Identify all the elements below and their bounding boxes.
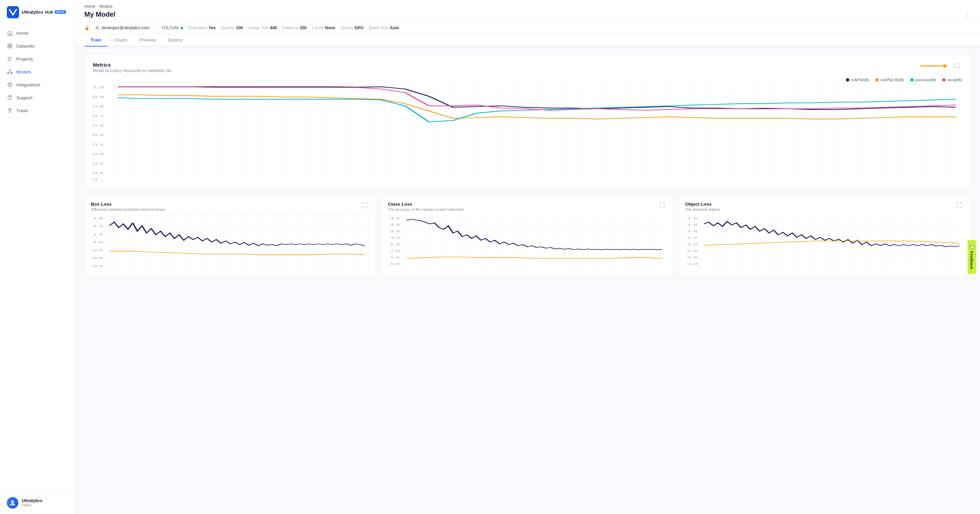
meta-model-name-value: YOLOv8n bbox=[161, 25, 179, 30]
meta-image-size: Image Size 640 bbox=[248, 25, 277, 30]
breadcrumb-home[interactable]: Home bbox=[84, 4, 95, 9]
class-loss-header: Class Loss The accuracy of the classes i… bbox=[388, 201, 667, 211]
content-area: Metrics Model accuracy measured on valid… bbox=[75, 47, 980, 284]
meta-device-value: GPU bbox=[355, 25, 363, 30]
legend-map50-95-dot bbox=[875, 78, 878, 82]
legend-map50-95: mAP50-95(B) bbox=[875, 78, 904, 82]
meta-epochs-value: 100 bbox=[236, 25, 243, 30]
meta-image-size-value: 640 bbox=[270, 25, 277, 30]
tabs: Train Charts Preview Deploy bbox=[75, 34, 980, 47]
svg-rect-0 bbox=[7, 6, 19, 18]
tab-charts[interactable]: Charts bbox=[108, 34, 134, 47]
meta-pretrained: Pretrained Yes bbox=[189, 25, 216, 30]
logo-badge: BETA bbox=[55, 10, 66, 14]
avatar bbox=[7, 497, 18, 509]
object-loss-header: Object Loss The detected objects ⛶ bbox=[685, 201, 964, 211]
svg-text:3.0: 3.0 bbox=[390, 236, 400, 240]
svg-text:4.5: 4.5 bbox=[390, 217, 400, 220]
svg-text:1.2: 1.2 bbox=[92, 233, 103, 236]
svg-text:0.3: 0.3 bbox=[93, 152, 104, 156]
user-info: Ultralytics FREE bbox=[22, 498, 42, 507]
charts-grid: Box Loss Difference between predicted an… bbox=[84, 196, 970, 276]
projects-icon bbox=[7, 56, 13, 62]
svg-text:1.0: 1.0 bbox=[687, 243, 697, 246]
sidebar-item-datasets[interactable]: Datasets bbox=[0, 40, 75, 52]
legend-map50: mAP50(B) bbox=[846, 78, 869, 82]
feedback-icon: 💬 bbox=[969, 245, 974, 249]
trash-icon bbox=[7, 108, 13, 114]
meta-pretrained-label: Pretrained bbox=[189, 25, 207, 30]
sidebar-nav: Home Datasets Projects bbox=[0, 24, 75, 491]
meta-device: Device GPU bbox=[340, 25, 363, 30]
meta-email: developer@ultralytics.com bbox=[95, 25, 150, 30]
sidebar-item-support-label: Support bbox=[16, 95, 32, 100]
ultralytics-logo-icon bbox=[7, 6, 19, 18]
meta-epochs-label: Epochs bbox=[221, 25, 235, 30]
svg-point-5 bbox=[9, 70, 11, 71]
box-loss-expand-icon[interactable]: ⛶ bbox=[360, 201, 369, 209]
legend-recall-dot bbox=[942, 78, 946, 82]
more-options-icon[interactable]: ⋮ bbox=[963, 10, 970, 18]
page-header: Home › Models › My Model ⋮ bbox=[75, 0, 980, 22]
sidebar-item-models-label: Models bbox=[16, 69, 31, 75]
svg-point-10 bbox=[10, 98, 10, 99]
box-loss-subtitle: Difference between predicted and true bo… bbox=[91, 207, 165, 211]
orange-arrow bbox=[918, 62, 949, 70]
tab-preview[interactable]: Preview bbox=[134, 34, 162, 47]
feedback-tab[interactable]: 💬 Feedback bbox=[967, 240, 976, 274]
metrics-expand-icon[interactable]: ⛶ bbox=[953, 62, 962, 70]
box-loss-card: Box Loss Difference between predicted an… bbox=[84, 196, 376, 276]
svg-text:1.6: 1.6 bbox=[92, 217, 103, 220]
breadcrumb: Home › Models › bbox=[84, 4, 970, 9]
meta-cache-label: Cache bbox=[312, 25, 324, 30]
object-loss-svg: 1.8 1.6 1.4 1.2 1.0 0.8 0.6 0.4 bbox=[685, 215, 964, 269]
class-loss-card: Class Loss The accuracy of the classes i… bbox=[382, 196, 673, 276]
svg-text:4.0: 4.0 bbox=[390, 223, 400, 227]
class-loss-svg: 4.5 4.0 3.5 3.0 2.5 2.0 1.5 1.0 bbox=[388, 215, 667, 269]
integrations-icon bbox=[7, 82, 13, 88]
svg-text:0.8: 0.8 bbox=[93, 105, 104, 108]
svg-text:0.6: 0.6 bbox=[93, 124, 104, 127]
meta-model-name: YOLOv8n bbox=[161, 25, 183, 30]
svg-text:1.8: 1.8 bbox=[687, 217, 697, 220]
svg-text:0.8: 0.8 bbox=[687, 249, 697, 252]
legend-recall-label: recall(B) bbox=[947, 78, 962, 82]
sidebar-item-integrations[interactable]: Integrations bbox=[0, 78, 75, 91]
meta-sep1: | bbox=[155, 25, 156, 30]
sidebar-item-projects-label: Projects bbox=[16, 56, 33, 62]
sidebar-item-integrations-label: Integrations bbox=[16, 82, 40, 87]
tab-train[interactable]: Train bbox=[84, 34, 108, 47]
legend-precision: precision(B) bbox=[910, 78, 936, 82]
object-loss-title-block: Object Loss The detected objects bbox=[685, 201, 720, 211]
class-loss-expand-icon[interactable]: ⛶ bbox=[657, 201, 667, 209]
main-content: Home › Models › My Model ⋮ 🔒 developer@u… bbox=[75, 0, 980, 514]
sidebar-item-models[interactable]: Models bbox=[0, 65, 75, 78]
sidebar-item-support[interactable]: Support bbox=[0, 91, 75, 104]
svg-text:0.2: 0.2 bbox=[93, 162, 104, 165]
svg-text:1.6: 1.6 bbox=[687, 223, 697, 227]
object-loss-expand-icon[interactable]: ⛶ bbox=[955, 201, 964, 209]
meta-dot bbox=[181, 27, 183, 29]
sidebar-item-home[interactable]: Home bbox=[0, 27, 75, 40]
sidebar-item-projects[interactable]: Projects bbox=[0, 52, 75, 65]
svg-text:0.1: 0.1 bbox=[93, 171, 104, 175]
meta-patience: Patience 100 bbox=[282, 25, 307, 30]
sidebar-bottom: Ultralytics FREE bbox=[0, 491, 75, 514]
class-loss-title-block: Class Loss The accuracy of the classes i… bbox=[388, 201, 464, 211]
class-loss-subtitle: The accuracy of the classes in each dete… bbox=[388, 207, 464, 211]
lock-icon: 🔒 bbox=[84, 25, 89, 30]
legend-map50-dot bbox=[846, 78, 850, 82]
user-name: Ultralytics bbox=[22, 498, 42, 503]
person-icon bbox=[95, 25, 100, 30]
tab-deploy[interactable]: Deploy bbox=[162, 34, 189, 47]
home-icon bbox=[7, 30, 13, 36]
svg-text:1.4: 1.4 bbox=[92, 225, 103, 228]
meta-image-size-label: Image Size bbox=[248, 25, 269, 30]
sidebar-item-trash[interactable]: Trash bbox=[0, 104, 75, 117]
meta-device-label: Device bbox=[340, 25, 353, 30]
models-icon bbox=[7, 69, 13, 75]
svg-marker-14 bbox=[943, 64, 948, 68]
svg-text:2.0: 2.0 bbox=[390, 249, 400, 252]
breadcrumb-sep1: › bbox=[97, 4, 98, 9]
breadcrumb-models[interactable]: Models bbox=[99, 4, 113, 9]
